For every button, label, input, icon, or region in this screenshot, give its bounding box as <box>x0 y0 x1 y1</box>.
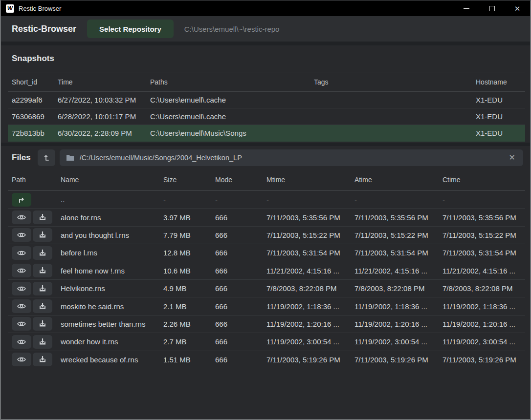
snapshot-row[interactable]: 76306869 6/28/2022, 10:01:17 PM C:\Users… <box>8 108 525 125</box>
file-actions-cell <box>8 244 57 262</box>
snapshot-time: 6/30/2022, 2:28:09 PM <box>54 125 146 142</box>
file-actions-cell <box>8 209 57 226</box>
files-header-row: Path Name Size Mode Mtime Atime Ctime <box>8 169 525 191</box>
file-size: 2.26 MB <box>159 315 211 333</box>
snapshot-tags <box>310 125 472 142</box>
preview-file-button[interactable] <box>12 299 31 313</box>
window-controls: ✕ <box>454 0 530 16</box>
minimize-button[interactable] <box>454 0 479 16</box>
repository-path-field[interactable]: C:\Users\emuell\~\restic-repo <box>184 25 280 33</box>
parent-dir-button[interactable] <box>12 193 31 207</box>
maximize-icon <box>489 6 495 11</box>
file-action-buttons <box>12 353 52 366</box>
select-repository-button[interactable]: Select Repository <box>87 20 174 38</box>
file-ctime: 11/19/2002, 3:00:54 ... <box>439 333 525 351</box>
col-paths: Paths <box>146 72 310 92</box>
col-mtime: Mtime <box>263 169 351 191</box>
col-ctime: Ctime <box>439 169 525 191</box>
preview-file-button[interactable] <box>12 335 31 349</box>
file-mode: 666 <box>211 226 263 244</box>
preview-file-button[interactable] <box>12 282 31 295</box>
snapshots-heading: Snapshots <box>1 45 530 72</box>
download-icon <box>38 319 47 328</box>
file-actions-cell <box>8 191 57 209</box>
download-file-button[interactable] <box>33 246 52 260</box>
file-mtime: - <box>263 191 351 209</box>
snapshot-paths: C:\Users\emuell\Music\Songs <box>146 125 310 142</box>
snapshot-short-id: 72b813bb <box>8 125 54 142</box>
window-title: Restic Browser <box>19 5 61 12</box>
col-path: Path <box>8 169 57 191</box>
maximize-button[interactable] <box>479 0 505 16</box>
files-heading: Files <box>12 153 31 163</box>
file-ctime: 11/19/2002, 1:20:16 ... <box>439 315 525 333</box>
file-mtime: 11/19/2002, 1:20:16 ... <box>263 315 351 333</box>
preview-file-button[interactable] <box>12 246 31 260</box>
file-row: before l.rns 12.8 MB 666 7/11/2003, 5:31… <box>8 244 525 262</box>
app-window: W Restic Browser ✕ Restic-Browser Select… <box>0 0 531 420</box>
file-atime: 7/11/2003, 5:35:56 PM <box>351 209 439 226</box>
snapshot-row[interactable]: 72b813bb 6/30/2022, 2:28:09 PM C:\Users\… <box>8 125 525 142</box>
clear-path-button[interactable]: ✕ <box>508 154 517 162</box>
preview-file-button[interactable] <box>12 228 31 242</box>
preview-file-button[interactable] <box>12 210 31 224</box>
file-ctime: 11/19/2002, 1:18:36 ... <box>439 297 525 315</box>
snapshot-time: 6/27/2022, 10:03:32 PM <box>54 92 146 108</box>
file-size: 3.97 MB <box>159 209 211 226</box>
file-name: feel home now !.rns <box>57 262 159 279</box>
file-atime: 11/19/2002, 1:18:36 ... <box>351 297 439 315</box>
file-mtime: 11/19/2002, 1:18:36 ... <box>263 297 351 315</box>
file-size: - <box>159 191 211 209</box>
file-mode: 666 <box>211 351 263 368</box>
download-file-button[interactable] <box>33 264 52 277</box>
file-mtime: 7/11/2003, 5:31:54 PM <box>263 244 351 262</box>
eye-icon <box>17 285 26 293</box>
file-size: 2.7 MB <box>159 333 211 351</box>
current-path-value: /C:/Users/emuell/Music/Songs/2004_Helvet… <box>80 154 502 162</box>
download-icon <box>38 213 47 222</box>
file-name: alone for.rns <box>57 209 159 226</box>
download-file-button[interactable] <box>33 335 52 349</box>
file-row: .. - - - - - <box>8 191 525 209</box>
files-table: Path Name Size Mode Mtime Atime Ctime <box>8 169 525 369</box>
level-up-button[interactable] <box>38 149 55 166</box>
minimize-icon <box>464 8 469 9</box>
file-actions-cell <box>8 333 57 351</box>
file-atime: 7/11/2003, 5:19:26 PM <box>351 351 439 368</box>
download-icon <box>38 231 47 239</box>
download-file-button[interactable] <box>33 299 52 313</box>
file-row: and you thought l.rns 7.79 MB 666 7/11/2… <box>8 226 525 244</box>
download-file-button[interactable] <box>33 228 52 242</box>
section-divider <box>1 42 530 45</box>
file-mode: 666 <box>211 279 263 297</box>
file-atime: 11/19/2002, 1:20:16 ... <box>351 315 439 333</box>
download-file-button[interactable] <box>33 210 52 224</box>
file-row: wrecked because of.rns 1.51 MB 666 7/11/… <box>8 351 525 368</box>
file-row: feel home now !.rns 10.6 MB 666 11/21/20… <box>8 262 525 279</box>
file-mtime: 7/11/2003, 5:19:26 PM <box>263 351 351 368</box>
download-file-button[interactable] <box>33 282 52 295</box>
file-ctime: 11/21/2002, 4:15:16 ... <box>439 262 525 279</box>
file-mode: 666 <box>211 244 263 262</box>
preview-file-button[interactable] <box>12 264 31 277</box>
download-file-button[interactable] <box>33 317 52 331</box>
close-button[interactable]: ✕ <box>505 0 530 16</box>
preview-file-button[interactable] <box>12 353 31 366</box>
eye-icon <box>17 302 26 310</box>
download-file-button[interactable] <box>33 353 52 366</box>
file-atime: 11/21/2002, 4:15:16 ... <box>351 262 439 279</box>
file-name: wrecked because of.rns <box>57 351 159 368</box>
col-mode: Mode <box>211 169 263 191</box>
eye-icon <box>17 213 26 221</box>
snapshot-tags <box>310 92 472 108</box>
current-path-input[interactable]: /C:/Users/emuell/Music/Songs/2004_Helvet… <box>60 149 523 166</box>
snapshots-table: Short_id Time Paths Tags Hostname a2299a… <box>8 72 525 142</box>
file-action-buttons <box>12 335 52 349</box>
file-actions-cell <box>8 315 57 333</box>
file-name: and you thought l.rns <box>57 226 159 244</box>
col-time: Time <box>54 72 146 92</box>
snapshot-row[interactable]: a2299af6 6/27/2022, 10:03:32 PM C:\Users… <box>8 92 525 108</box>
preview-file-button[interactable] <box>12 317 31 331</box>
file-ctime: 7/11/2003, 5:31:54 PM <box>439 244 525 262</box>
file-actions-cell <box>8 279 57 297</box>
